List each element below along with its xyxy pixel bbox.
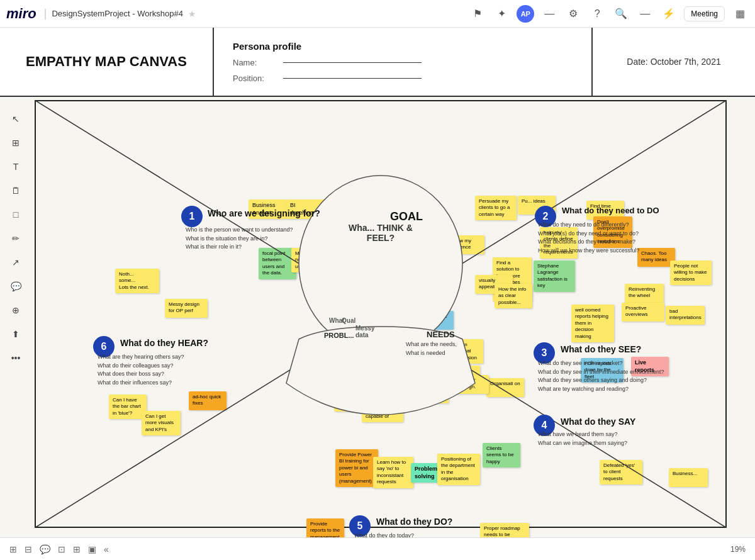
name-row: Name:: [233, 58, 573, 67]
project-name: DesignSystemProject - Workshop#4: [52, 9, 183, 18]
name-line: [283, 62, 422, 63]
magic-icon[interactable]: ✦: [493, 5, 510, 23]
section-1-title: Who are we designing for?: [208, 208, 320, 218]
comment-tool[interactable]: 💬: [6, 277, 25, 296]
star-icon[interactable]: ★: [188, 9, 196, 19]
minus-icon[interactable]: —: [540, 5, 558, 23]
topbar: miro | DesignSystemProject - Workshop#4 …: [0, 0, 755, 28]
settings-icon[interactable]: ⚙: [564, 5, 582, 23]
separator: |: [44, 7, 47, 20]
section-1-num: 1: [181, 206, 203, 227]
bottom-icon-4[interactable]: ⊡: [58, 544, 65, 554]
pen-tool[interactable]: ✏: [6, 229, 25, 248]
search-icon[interactable]: 🔍: [612, 5, 630, 23]
minus2-icon[interactable]: —: [636, 5, 654, 23]
section-3-title: What do they SEE?: [561, 344, 641, 354]
miro-logo: miro: [6, 6, 36, 22]
canvas-area[interactable]: ↖ ⊞ T 🗒 □ ✏ ↗ 💬 ⊕ ⬆ ••• 1 Who are we des…: [0, 97, 755, 537]
think-feel-label: Wha... THINK &FEEL?: [324, 223, 437, 243]
more-tool[interactable]: •••: [6, 349, 25, 367]
bottom-icon-6[interactable]: ▣: [88, 544, 96, 554]
arrow-tool[interactable]: ↗: [6, 253, 25, 272]
date-label: Date: October 7th, 2021: [627, 57, 720, 67]
upload-tool[interactable]: ⬆: [6, 325, 25, 344]
sticky-tool[interactable]: 🗒: [6, 181, 25, 200]
section-4-title: What do they SAY: [561, 417, 635, 427]
section-4-desc: What have we heard them say?What can we …: [538, 430, 664, 447]
header-panel: EMPATHY MAP CANVAS Persona profile Name:…: [0, 28, 755, 97]
svg-point-4: [299, 176, 462, 352]
meeting-label: Meeting: [691, 9, 718, 18]
bottombar: ⊞ ⊟ 💬 ⊡ ⊞ ▣ « 19%: [0, 537, 755, 560]
bottom-icon-5[interactable]: ⊞: [73, 544, 81, 554]
section-5-title: What do they DO?: [376, 517, 452, 527]
grid-icon[interactable]: ▦: [731, 5, 749, 23]
text-tool[interactable]: T: [6, 157, 25, 176]
position-row: Position:: [233, 74, 573, 83]
diagonal-lines: [35, 100, 727, 528]
bottom-icon-1[interactable]: ⊞: [9, 544, 17, 554]
shape-tool[interactable]: □: [6, 205, 25, 224]
position-line: [283, 78, 422, 79]
flag-icon[interactable]: ⚑: [469, 5, 486, 23]
name-label: Name:: [233, 58, 277, 67]
zoom-level: 19%: [730, 545, 746, 554]
help-icon[interactable]: ?: [588, 5, 606, 23]
left-toolbar: ↖ ⊞ T 🗒 □ ✏ ↗ 💬 ⊕ ⬆ •••: [6, 109, 25, 367]
section-2-title: What do they need to DO: [562, 206, 659, 215]
section-2-desc: What do they need to do differently?What…: [538, 221, 664, 255]
align-tool[interactable]: ⊕: [6, 301, 25, 320]
section-3-desc: What do they see in their market?What do…: [538, 359, 676, 393]
bottom-icon-2[interactable]: ⊟: [25, 544, 32, 554]
problems-label: PROBL...: [324, 332, 354, 339]
goal-label: GOAL: [390, 210, 423, 223]
lightning-icon[interactable]: ⚡: [660, 5, 678, 23]
section-5-desc: What do they do today?What behavior have…: [354, 532, 493, 537]
topbar-icons: ⚑ ✦ AP — ⚙ ? 🔍 — ⚡ Meeting ▦: [469, 5, 749, 23]
canvas-title-box: EMPATHY MAP CANVAS: [0, 28, 214, 96]
bottom-icon-3[interactable]: 💬: [40, 544, 50, 554]
meeting-button[interactable]: Meeting: [684, 6, 725, 21]
position-label: Position:: [233, 74, 277, 83]
date-box: Date: October 7th, 2021: [591, 28, 755, 96]
persona-box: Persona profile Name: Position:: [214, 28, 591, 96]
frame-tool[interactable]: ⊞: [6, 133, 25, 152]
cursor-tool[interactable]: ↖: [6, 109, 25, 128]
what-label: What: [329, 317, 344, 324]
section-1-desc: Who is the person we want to understand?…: [186, 226, 311, 252]
needs-label: NEEDS: [427, 330, 455, 339]
bottom-icons: ⊞ ⊟ 💬 ⊡ ⊞ ▣ «: [9, 544, 109, 554]
canvas-title: EMPATHY MAP CANVAS: [26, 53, 187, 70]
needs-desc: What are the needs,What is needed: [406, 340, 469, 357]
persona-label: Persona profile: [233, 41, 573, 52]
messy-data2-label: data: [355, 332, 369, 339]
empathy-map-content: 1 Who are we designing for? Who is the p…: [35, 100, 739, 537]
messy-data-label: Messy: [355, 325, 375, 332]
bottom-icon-7[interactable]: «: [104, 544, 109, 554]
avatar: AP: [517, 5, 534, 23]
section-6-title: What do they HEAR?: [120, 338, 208, 348]
section-6-desc: What are they hearing others say?What do…: [98, 353, 223, 387]
